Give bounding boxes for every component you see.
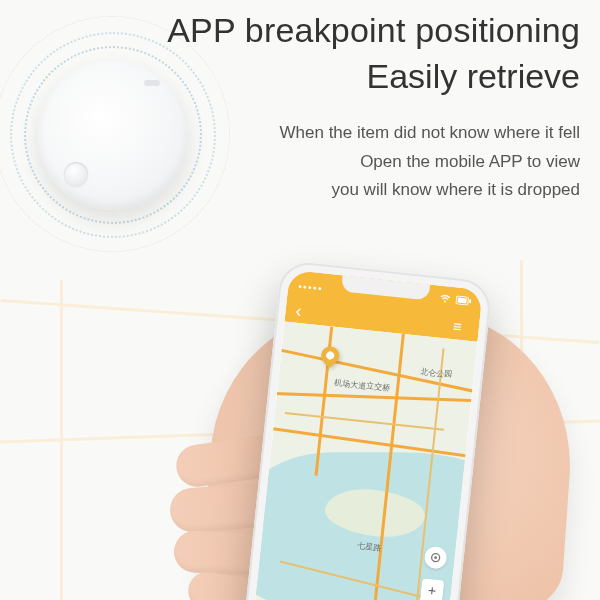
svg-point-4 <box>434 556 437 559</box>
marketing-copy: APP breakpoint positioning Easily retrie… <box>90 8 580 205</box>
back-icon: ‹ <box>295 301 313 319</box>
phone-screen: ••••• ‹ ≡ <box>253 270 483 600</box>
zoom-in-icon: + <box>420 578 444 600</box>
map-label: 北仑公园 <box>419 366 452 380</box>
map-road <box>267 392 477 403</box>
battery-icon <box>455 295 472 306</box>
tracker-button <box>64 162 88 186</box>
map-view: 机场大道立交桥 北仑公园 七星路 + − <box>253 322 477 600</box>
status-signal-icon: ••••• <box>298 281 324 295</box>
status-right-icons <box>439 294 472 306</box>
body-line: Open the mobile APP to view <box>90 149 580 175</box>
map-road <box>285 412 444 431</box>
menu-icon: ≡ <box>452 317 470 335</box>
map-label: 机场大道立交桥 <box>334 377 391 394</box>
wifi-icon <box>439 294 451 304</box>
svg-rect-1 <box>457 298 466 304</box>
product-promo-image: APP breakpoint positioning Easily retrie… <box>0 0 600 600</box>
headline: APP breakpoint positioning <box>90 8 580 52</box>
subheadline: Easily retrieve <box>90 54 580 98</box>
body-line: you will know where it is dropped <box>90 177 580 203</box>
body-line: When the item did not know where it fell <box>90 120 580 146</box>
map-label: 七星路 <box>357 540 382 553</box>
svg-rect-2 <box>469 299 471 303</box>
body-copy: When the item did not know where it fell… <box>90 120 580 203</box>
map-zoom-control: + − <box>418 578 445 600</box>
smartphone: ••••• ‹ ≡ <box>243 260 493 600</box>
map-pin-icon <box>318 343 343 368</box>
hand-holding-phone: ••••• ‹ ≡ <box>170 260 590 600</box>
crosshair-icon <box>429 551 442 564</box>
